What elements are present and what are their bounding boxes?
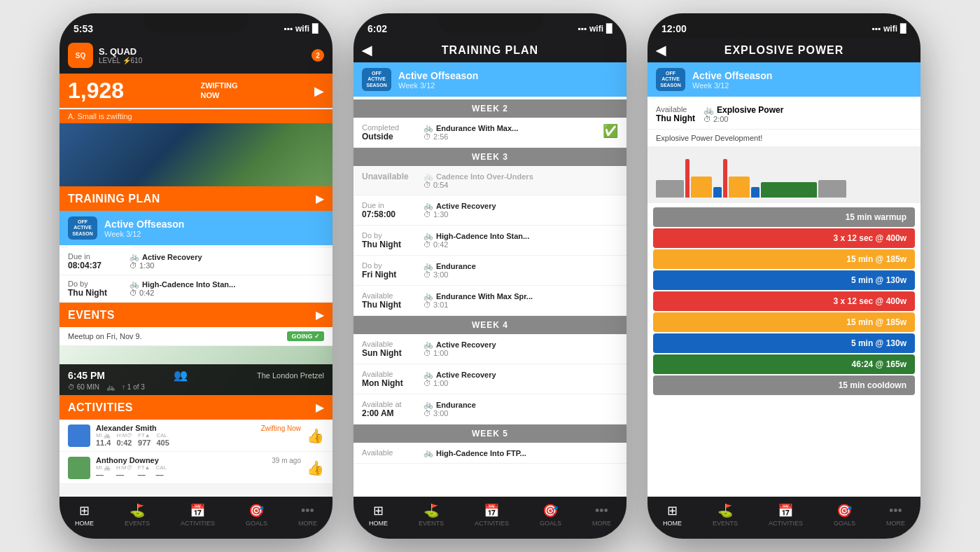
w3r2-workout: 🚲 Active Recovery — [424, 201, 618, 210]
ep-plan-card[interactable]: OFF ACTIVE SEASON Active Offseason Week … — [648, 62, 920, 97]
home-icon-2: ⊞ — [373, 503, 384, 518]
week3-row-3[interactable]: Do by Thu Night 🚲 High-Cadence Into Stan… — [354, 226, 626, 256]
plan-card-2[interactable]: OFF ACTIVE SEASON Active Offseason Week … — [354, 62, 626, 97]
back-arrow-2[interactable]: ◀ — [362, 43, 372, 58]
nav-goals-2[interactable]: 🎯 GOALS — [540, 503, 561, 527]
week3-row-2[interactable]: Due in 07:58:00 🚲 Active Recovery ⏱ 1:30 — [354, 195, 626, 226]
zwifting-banner[interactable]: 1,928 ZWIFTING NOW ▶ — [59, 74, 332, 108]
chart-blue-2 — [751, 187, 760, 198]
like-button-1[interactable]: 👍 — [307, 427, 324, 444]
w3r4-workout: 🚲 Endurance — [424, 261, 618, 270]
wifi-icon-3: wifi — [883, 24, 897, 34]
ep-workout-name: 🚲 Explosive Power — [704, 105, 912, 115]
interval-green: 46:24 @ 165w — [653, 354, 915, 374]
w3r5-workout: 🚲 Endurance With Max Spr... — [424, 291, 618, 301]
interval-yellow-1: 15 min @ 185w — [653, 249, 915, 269]
time-1: 5:53 — [74, 23, 93, 34]
workout-row-1[interactable]: Due in 08:04:37 🚲 Active Recovery ⏱ 1:30 — [59, 248, 332, 275]
bike-icon-ep: 🚲 — [704, 105, 714, 115]
week2-header: WEEK 2 — [354, 99, 626, 118]
event-riders-icon: 👥 — [174, 368, 188, 382]
nav-events-2[interactable]: ⛳ EVENTS — [419, 503, 444, 527]
event-bike-icon: 🚲 — [106, 383, 115, 391]
events-title: EVENTS — [68, 309, 115, 322]
events-icon-1: ⛳ — [130, 503, 145, 518]
activities-header[interactable]: ACTIVITIES ▶ — [59, 395, 332, 420]
phone-2: 6:02 ▪▪▪ wifi ▉ ◀ TRAINING PLAN OFF ACTI… — [354, 13, 626, 539]
nav-goals-3[interactable]: 🎯 GOALS — [834, 503, 855, 527]
do-by-time: Thu Night — [68, 288, 124, 298]
event-meetup[interactable]: Meetup on Fri, Nov 9. GOING ✓ — [59, 327, 332, 346]
activity-row-2[interactable]: Anthony Downey 39 m ago MI 🚲— H:M⏱— FT▲—… — [59, 452, 332, 484]
activity-row-1[interactable]: Alexander Smith Zwifting Now MI 🚲11.4 H:… — [59, 420, 332, 452]
activities-arrow: ▶ — [316, 401, 324, 414]
nav-more-1[interactable]: ••• MORE — [298, 504, 317, 527]
nav-activities-3[interactable]: 📅 ACTIVITIES — [769, 503, 803, 527]
nav-events-1[interactable]: ⛳ EVENTS — [125, 503, 150, 527]
wifi-icon: wifi — [295, 24, 309, 34]
week3-row-4[interactable]: Do by Fri Night 🚲 Endurance ⏱ 3:00 — [354, 256, 626, 286]
w3r1-workout: 🚲 Cadence Into Over-Unders — [424, 172, 618, 181]
notification-badge[interactable]: 2 — [312, 49, 324, 62]
plan-page-header: ◀ TRAINING PLAN — [354, 39, 626, 62]
week4-row-1[interactable]: Available Sun Night 🚲 Active Recovery ⏱ … — [354, 334, 626, 364]
nav-more-2[interactable]: ••• MORE — [592, 504, 611, 527]
chart-warmup — [656, 180, 684, 198]
activity-avatar-2 — [68, 457, 90, 479]
user-details: S. QUAD LEVEL ⚡610 — [99, 46, 142, 64]
training-plan-card[interactable]: OFF ACTIVE SEASON Active Offseason Week … — [59, 211, 332, 245]
time-3: 12:00 — [662, 23, 687, 34]
home-icon-3: ⊞ — [667, 503, 678, 518]
activities-icon-3: 📅 — [778, 503, 793, 518]
like-button-2[interactable]: 👍 — [307, 460, 324, 476]
user-info: SQ S. QUAD LEVEL ⚡610 — [68, 43, 142, 68]
week4-row-3[interactable]: Available at 2:00 AM 🚲 Endurance ⏱ 3:00 — [354, 394, 626, 425]
week5-row-1[interactable]: Available 🚲 High-Cadence Into FTP... — [354, 443, 626, 464]
w2r1-status: Completed — [362, 123, 418, 132]
nav-activities-2[interactable]: 📅 ACTIVITIES — [475, 503, 509, 527]
nav-events-3[interactable]: ⛳ EVENTS — [713, 503, 738, 527]
status-icons-1: ▪▪▪ wifi ▉ — [284, 24, 318, 34]
ep-available-info: Available Thu Night 🚲 Explosive Power ⏱ … — [648, 99, 920, 130]
event-riders: ↑ 1 of 3 — [122, 383, 145, 391]
back-arrow-3[interactable]: ◀ — [656, 43, 666, 58]
rider1-stats: MI 🚲11.4 H:M⏱0:42 FT▲977 CAL405 — [96, 432, 301, 447]
rider1-status: Zwifting Now — [261, 425, 301, 432]
nav-goals-1[interactable]: 🎯 GOALS — [246, 503, 267, 527]
interval-red-2: 3 x 12 sec @ 400w — [653, 291, 915, 311]
week4-row-2[interactable]: Available Mon Night 🚲 Active Recovery ⏱ … — [354, 364, 626, 394]
due-in-label: Due in — [68, 252, 124, 261]
w3r1-status: Unavailable — [362, 172, 418, 181]
bike-icon-2: 🚲 — [130, 280, 139, 289]
notch-3 — [732, 13, 836, 33]
bike-icon-1: 🚲 — [130, 252, 139, 261]
week4-header: WEEK 4 — [354, 316, 626, 334]
w4r2-workout: 🚲 Active Recovery — [424, 370, 618, 379]
w5r1-workout: 🚲 High-Cadence Into FTP... — [424, 448, 618, 457]
training-plan-header[interactable]: TRAINING PLAN ▶ — [59, 186, 332, 211]
ep-duration: ⏱ 2:00 — [704, 115, 912, 123]
nav-home-1[interactable]: ⊞ HOME — [75, 503, 94, 527]
ep-avail-time-col: Available Thu Night — [656, 105, 695, 123]
events-icon-2: ⛳ — [424, 503, 439, 518]
w4r3-workout: 🚲 Endurance — [424, 400, 618, 409]
week2-row-1[interactable]: Completed Outside 🚲 Endurance With Max..… — [354, 118, 626, 148]
week3-row-1: Unavailable 🚲 Cadence Into Over-Unders ⏱… — [354, 166, 626, 195]
bike-icon-w3r4: 🚲 — [424, 261, 433, 270]
nav-home-2[interactable]: ⊞ HOME — [369, 503, 388, 527]
zwifting-count: 1,928 — [68, 78, 124, 103]
interval-bars: 15 min warmup 3 x 12 sec @ 400w 15 min @… — [648, 203, 920, 399]
week3-row-5[interactable]: Available Thu Night 🚲 Endurance With Max… — [354, 286, 626, 316]
events-header[interactable]: EVENTS ▶ — [59, 303, 332, 327]
user-header: SQ S. QUAD LEVEL ⚡610 2 — [59, 39, 332, 74]
bottom-nav-1: ⊞ HOME ⛳ EVENTS 📅 ACTIVITIES 🎯 GOALS •••… — [59, 497, 332, 539]
events-arrow: ▶ — [316, 308, 324, 322]
workout-row-2[interactable]: Do by Thu Night 🚲 High-Cadence Into Stan… — [59, 275, 332, 303]
w4r1-workout: 🚲 Active Recovery — [424, 340, 618, 349]
rider2-name: Anthony Downey — [96, 456, 159, 464]
nav-home-3[interactable]: ⊞ HOME — [663, 503, 682, 527]
bike-icon-w4r3: 🚲 — [424, 400, 433, 409]
nav-activities-1[interactable]: 📅 ACTIVITIES — [181, 503, 215, 527]
training-plan-arrow: ▶ — [316, 192, 324, 205]
nav-more-3[interactable]: ••• MORE — [886, 504, 905, 527]
